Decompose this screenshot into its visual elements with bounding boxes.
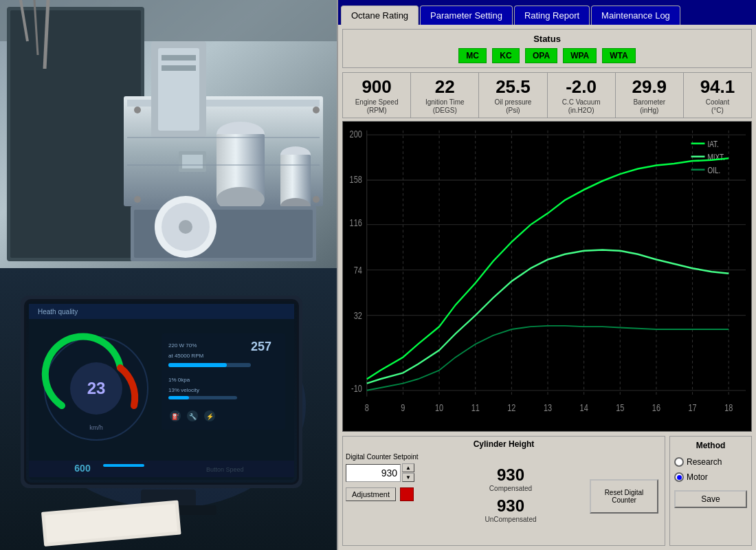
svg-text:14: 14 — [580, 403, 588, 414]
metric-label-oil-pressure: Oil pressure(Psi) — [482, 98, 544, 115]
adjustment-button[interactable]: Adjustment — [346, 487, 396, 501]
svg-text:OIL.: OIL. — [707, 165, 720, 174]
counter-setpoint-label: Digital Counter Setpoint — [346, 453, 419, 461]
svg-rect-12 — [162, 65, 196, 71]
uncompensated-label: UnCompensated — [485, 516, 536, 523]
svg-text:-10: -10 — [351, 384, 362, 395]
svg-text:15: 15 — [616, 403, 624, 414]
dashboard-image: Heath quality 23 km/h 220 W 70% at 45000… — [0, 268, 337, 550]
status-wta: WTA — [602, 48, 635, 63]
svg-text:158: 158 — [350, 174, 362, 185]
machine-image — [0, 0, 337, 268]
svg-text:IAT.: IAT. — [707, 139, 718, 148]
status-mc: MC — [458, 48, 487, 63]
radio-motor-row[interactable]: Motor — [674, 472, 747, 482]
tab-rating-report[interactable]: Rating Report — [514, 6, 590, 25]
svg-rect-68 — [343, 122, 751, 431]
metric-cc-vacuum: -2.0 C.C Vacuum(in.H2O) — [548, 73, 616, 118]
red-indicator — [400, 487, 414, 501]
metric-value-engine-speed: 900 — [346, 77, 408, 97]
tab-bar: Octane Rating Parameter Setting Rating R… — [338, 0, 756, 25]
metric-coolant: 94.1 Coolant(°C) — [684, 73, 751, 118]
radio-research-row[interactable]: Research — [674, 457, 747, 467]
uncompensated-value: 930 — [497, 496, 524, 516]
counter-setpoint-input[interactable] — [346, 464, 401, 482]
svg-text:11: 11 — [471, 403, 480, 414]
svg-text:200: 200 — [350, 129, 362, 140]
svg-point-19 — [134, 107, 141, 113]
method-title: Method — [674, 441, 747, 450]
svg-text:13: 13 — [544, 403, 552, 414]
chart-area: 200 158 116 74 32 -10 — [342, 121, 752, 432]
spin-buttons: ▲ ▼ — [402, 463, 414, 482]
svg-text:10: 10 — [435, 403, 443, 414]
metric-oil-pressure: 25.5 Oil pressure(Psi) — [479, 73, 547, 118]
svg-rect-53 — [168, 396, 189, 399]
svg-text:32: 32 — [354, 310, 362, 321]
svg-text:1%    0kpa: 1% 0kpa — [168, 377, 190, 383]
metric-label-barometer: Barometer(inHg) — [619, 98, 680, 115]
counter-input-row: ▲ ▼ — [346, 463, 414, 482]
metric-label-ignition-time: Ignition Time(DEGS) — [414, 98, 476, 115]
cylinder-height-title: Cylinder Height — [346, 439, 662, 449]
metric-ignition-time: 22 Ignition Time(DEGS) — [411, 73, 479, 118]
svg-text:Heath quality: Heath quality — [38, 308, 78, 316]
svg-point-22 — [313, 196, 320, 203]
svg-text:Button   Speed: Button Speed — [206, 466, 244, 473]
svg-text:8: 8 — [365, 403, 369, 414]
status-indicators: MC KC OPA WPA WTA — [347, 48, 747, 63]
spin-down-button[interactable]: ▼ — [402, 473, 414, 482]
svg-text:🔧: 🔧 — [189, 412, 197, 421]
compensated-label: Compensated — [489, 485, 532, 492]
svg-text:16: 16 — [652, 403, 660, 414]
svg-rect-62 — [103, 464, 144, 467]
metric-value-ignition-time: 22 — [414, 77, 476, 97]
svg-text:12: 12 — [507, 403, 515, 414]
save-button[interactable]: Save — [674, 490, 747, 508]
svg-text:km/h: km/h — [89, 424, 103, 431]
radio-motor-dot — [677, 475, 682, 480]
svg-rect-24 — [182, 155, 203, 168]
metric-barometer: 29.9 Barometer(inHg) — [616, 73, 684, 118]
method-box: Method Research Motor Save — [669, 436, 752, 546]
tab-octane-rating[interactable]: Octane Rating — [341, 6, 419, 25]
svg-text:116: 116 — [350, 218, 362, 229]
reset-button-area: Reset Digital Counter — [586, 453, 662, 540]
svg-text:220 W   70%: 220 W 70% — [168, 342, 197, 349]
status-kc: KC — [492, 48, 520, 63]
left-panel: Heath quality 23 km/h 220 W 70% at 45000… — [0, 0, 337, 550]
metric-engine-speed: 900 Engine Speed(RPM) — [343, 73, 411, 118]
metric-value-coolant: 94.1 — [687, 77, 748, 97]
svg-text:74: 74 — [354, 265, 362, 276]
tab-parameter-setting[interactable]: Parameter Setting — [420, 6, 513, 25]
adjustment-row: Adjustment — [346, 487, 414, 501]
svg-rect-3 — [10, 10, 141, 258]
cylinder-height-box: Cylinder Height Digital Counter Setpoint… — [342, 436, 665, 546]
status-wpa: WPA — [563, 48, 597, 63]
spin-up-button[interactable]: ▲ — [402, 463, 414, 472]
svg-rect-60 — [29, 461, 294, 477]
radio-research-circle[interactable] — [674, 457, 684, 467]
metric-label-engine-speed: Engine Speed(RPM) — [346, 98, 408, 115]
metric-value-barometer: 29.9 — [619, 77, 680, 97]
tab-maintenance-log[interactable]: Maintenance Log — [591, 6, 680, 25]
svg-rect-48 — [168, 363, 227, 367]
svg-text:18: 18 — [724, 403, 733, 414]
svg-text:at 45000 RPM: at 45000 RPM — [168, 353, 203, 359]
svg-text:257: 257 — [251, 340, 271, 353]
metrics-row: 900 Engine Speed(RPM) 22 Ignition Time(D… — [342, 72, 752, 118]
svg-point-20 — [313, 107, 320, 113]
status-opa: OPA — [525, 48, 557, 63]
svg-point-21 — [134, 196, 141, 203]
svg-text:⛽: ⛽ — [172, 412, 180, 421]
svg-text:⚡: ⚡ — [206, 412, 214, 421]
counter-setpoint-area: Digital Counter Setpoint ▲ ▼ Adjustment — [346, 453, 435, 540]
metric-label-coolant: Coolant(°C) — [687, 98, 748, 115]
radio-motor-circle[interactable] — [674, 472, 684, 482]
reset-digital-counter-button[interactable]: Reset Digital Counter — [590, 479, 658, 514]
svg-text:13%   velocity: 13% velocity — [168, 387, 199, 393]
status-section: Status MC KC OPA WPA WTA — [342, 29, 752, 68]
svg-text:23: 23 — [87, 379, 106, 397]
status-title: Status — [347, 34, 747, 44]
svg-point-31 — [179, 220, 192, 234]
